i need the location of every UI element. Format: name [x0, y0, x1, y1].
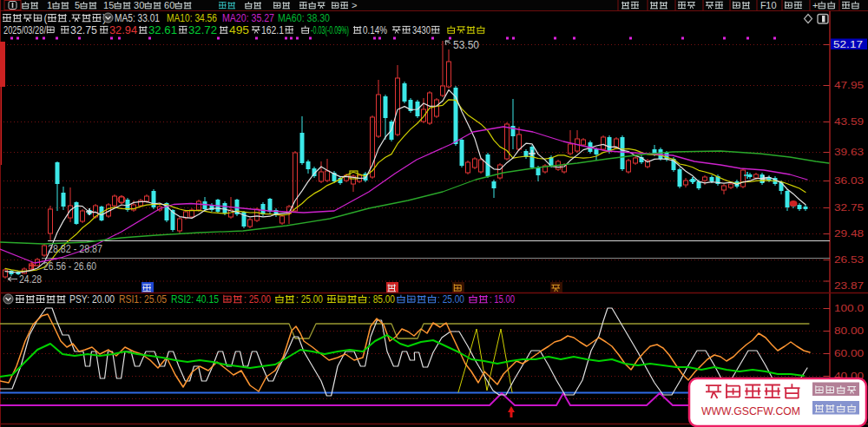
svg-text:MA20: 35.27: MA20: 35.27	[222, 12, 274, 24]
svg-text:47.95: 47.95	[834, 80, 864, 90]
svg-text:1: 1	[47, 0, 52, 10]
svg-text:32.75: 32.75	[834, 202, 864, 213]
svg-text:5: 5	[75, 0, 80, 10]
svg-text:100.0: 100.0	[834, 303, 864, 313]
svg-text:PSY: 20.00: PSY: 20.00	[69, 293, 115, 305]
svg-text:3430: 3430	[412, 24, 431, 36]
svg-text:: 25.00: : 25.00	[437, 293, 464, 305]
svg-text:28.82 - 28.87: 28.82 - 28.87	[48, 243, 102, 255]
svg-text:26.56 - 26.60: 26.56 - 26.60	[43, 260, 96, 273]
svg-text:2025/03/28/: 2025/03/28/	[3, 24, 47, 36]
svg-text:80.00: 80.00	[834, 325, 864, 336]
svg-text:0.14%: 0.14%	[363, 24, 387, 36]
svg-text:: 25.00: : 25.00	[296, 293, 323, 305]
svg-text:53.50: 53.50	[453, 39, 479, 51]
svg-text:1: 1	[766, 0, 771, 10]
svg-text:0: 0	[169, 0, 174, 10]
svg-text:MA60: 38.30: MA60: 38.30	[278, 12, 330, 24]
svg-text:0: 0	[772, 0, 777, 10]
svg-text:.: .	[69, 12, 71, 24]
svg-text:43.59: 43.59	[834, 116, 864, 127]
svg-text:0: 0	[139, 0, 144, 10]
svg-text:162.1: 162.1	[261, 24, 284, 36]
svg-text:32.94: 32.94	[109, 24, 137, 36]
svg-text:32.72: 32.72	[188, 24, 217, 36]
svg-text:52.17: 52.17	[833, 39, 863, 49]
svg-text:RSI2: 40.15: RSI2: 40.15	[171, 293, 219, 305]
svg-text:26.53: 26.53	[834, 254, 864, 265]
svg-text:WWW.GSCFW.COM: WWW.GSCFW.COM	[701, 404, 800, 417]
svg-text:RSI1: 25.05: RSI1: 25.05	[119, 293, 167, 305]
svg-text:MA5: 33.01: MA5: 33.01	[115, 12, 160, 24]
svg-text:32.75: 32.75	[70, 24, 97, 36]
svg-text:+: +	[812, 0, 818, 10]
svg-text:60.00: 60.00	[834, 348, 864, 358]
svg-text:MA10: 34.56: MA10: 34.56	[167, 12, 217, 24]
svg-text:29.48: 29.48	[834, 228, 864, 239]
svg-text:: 25.00: : 25.00	[244, 293, 271, 305]
svg-text:>: >	[352, 0, 357, 10]
svg-text:36.03: 36.03	[834, 175, 864, 186]
svg-text:32.61: 32.61	[148, 24, 177, 36]
svg-text:-0.03(-0.09%): -0.03(-0.09%)	[311, 24, 349, 36]
svg-text:(: (	[44, 12, 48, 24]
svg-text:: 85.00: : 85.00	[368, 293, 395, 305]
svg-text:5: 5	[108, 0, 114, 10]
svg-text:495: 495	[229, 24, 249, 36]
svg-text:23.87: 23.87	[834, 280, 864, 291]
svg-text:24.28: 24.28	[19, 273, 42, 286]
svg-text:39.63: 39.63	[834, 147, 864, 157]
svg-text:: 15.00: : 15.00	[490, 293, 515, 305]
